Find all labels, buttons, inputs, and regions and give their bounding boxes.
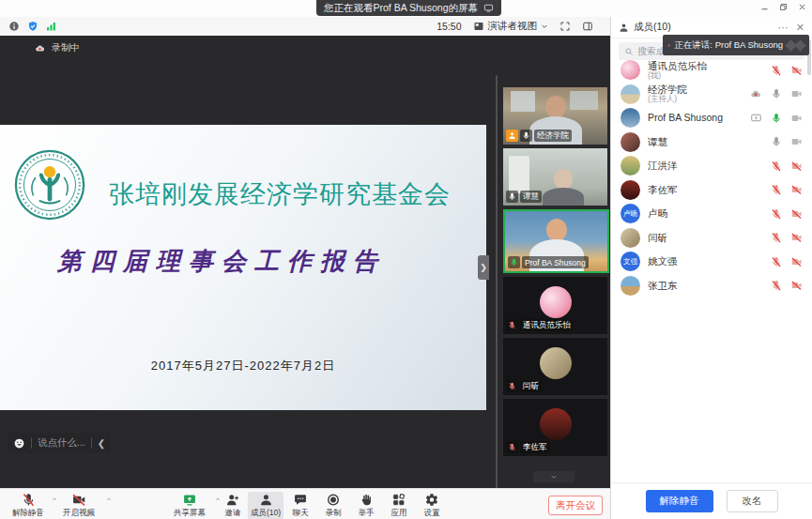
cloud-record-icon[interactable]: [749, 88, 762, 99]
member-row[interactable]: Prof BA Shusong: [611, 106, 812, 130]
video-tile[interactable]: 李佐军: [503, 399, 607, 456]
toolbar-apps[interactable]: 应用: [389, 492, 410, 519]
toolbar-settings[interactable]: 设置: [421, 492, 443, 519]
strip-collapse-handle[interactable]: ❯: [478, 255, 489, 280]
mic-muted-icon[interactable]: [771, 256, 782, 267]
avatar: [620, 132, 640, 152]
screen-share-icon[interactable]: [750, 113, 762, 124]
member-row[interactable]: 卢旸 卢旸: [611, 202, 812, 226]
toolbar-raise-hand[interactable]: 举手: [356, 492, 377, 519]
toolbar-label: 录制: [326, 508, 342, 519]
members-icon: [259, 493, 273, 507]
toolbar-share-screen[interactable]: 共享屏幕: [171, 492, 208, 519]
toolbar-record[interactable]: 录制: [323, 492, 345, 519]
video-tile-speaking[interactable]: Prof BA Shusong: [503, 209, 609, 273]
maximize-button[interactable]: [779, 3, 788, 11]
toolbar-members[interactable]: 成员(10): [248, 492, 283, 519]
mic-active-icon: [508, 256, 520, 268]
video-tile-name: 通讯员范乐怡: [520, 319, 574, 331]
member-row[interactable]: 李佐军: [611, 178, 812, 203]
mic-muted-icon: [506, 380, 518, 392]
chat-collapse-button[interactable]: ❮: [98, 438, 105, 449]
mic-muted-icon[interactable]: [771, 160, 782, 172]
mic-muted-icon[interactable]: [771, 184, 782, 195]
camera-icon[interactable]: [790, 136, 803, 147]
background-window: [511, 91, 535, 112]
video-tile[interactable]: 通讯员范乐怡: [503, 277, 607, 334]
more-videos-button[interactable]: [533, 471, 575, 482]
toolbar-start-video[interactable]: 开启视频: [60, 492, 98, 519]
meeting-window: 您正在观看Prof BA Shusong的屏幕 15:50 演讲者视图: [0, 0, 812, 519]
meeting-info-icon[interactable]: [8, 20, 20, 32]
video-tile[interactable]: 闫斫: [503, 338, 607, 395]
background-fridge: [509, 156, 529, 193]
camera-muted-icon[interactable]: [790, 280, 803, 291]
camera-muted-icon[interactable]: [790, 256, 803, 267]
mic-muted-icon[interactable]: [771, 232, 782, 243]
video-strip-scrollbar[interactable]: [496, 75, 498, 514]
member-row[interactable]: 张卫东: [611, 274, 812, 298]
mic-muted-icon[interactable]: [771, 208, 782, 220]
more-options-button[interactable]: ⋯: [778, 22, 789, 34]
toolbar-invite[interactable]: 邀请: [222, 492, 244, 519]
minimize-button[interactable]: [760, 3, 769, 11]
share-screen-icon: [182, 493, 197, 507]
camera-icon[interactable]: [790, 113, 803, 124]
member-row[interactable]: 谭慧: [611, 130, 812, 155]
panel-toggle-button[interactable]: [582, 21, 593, 32]
avatar: [620, 84, 640, 104]
video-tile[interactable]: 谭慧: [503, 148, 607, 206]
unmute-button[interactable]: 解除静音: [646, 490, 713, 512]
settings-gear-icon: [425, 493, 439, 507]
security-shield-icon[interactable]: [26, 20, 38, 32]
mic-icon: [520, 130, 532, 142]
camera-muted-icon[interactable]: [790, 232, 803, 243]
chat-icon: [294, 493, 308, 507]
mic-muted-icon[interactable]: [771, 65, 782, 76]
camera-muted-icon[interactable]: [790, 184, 803, 195]
slide-subtitle: 第四届理事会工作报告: [0, 245, 443, 278]
member-row[interactable]: 经济学院 (主持人): [611, 83, 812, 107]
view-mode-dropdown[interactable]: 演讲者视图: [473, 20, 549, 33]
toolbar-chat[interactable]: 聊天: [290, 492, 312, 519]
member-row[interactable]: 闫斫: [611, 226, 812, 251]
emoji-icon[interactable]: [13, 437, 25, 450]
quick-chat-bar[interactable]: 说点什么... ❮: [8, 433, 111, 453]
share-options-chevron[interactable]: [214, 496, 222, 502]
avatar: [540, 347, 572, 379]
leave-meeting-button[interactable]: 离开会议: [548, 496, 603, 515]
camera-muted-icon[interactable]: [790, 208, 803, 220]
video-tile[interactable]: 经济学院: [503, 87, 607, 145]
clock-label: 15:50: [437, 21, 461, 32]
toolbar-label: 成员(10): [251, 508, 281, 519]
rename-button[interactable]: 改名: [727, 490, 778, 512]
member-name: 姚文强: [648, 256, 763, 267]
fullscreen-button[interactable]: [559, 21, 571, 32]
toolbar-label: 解除静音: [12, 508, 44, 519]
mic-icon[interactable]: [771, 136, 782, 147]
close-panel-button[interactable]: ✕: [796, 22, 804, 34]
member-row[interactable]: 江洪洋: [611, 154, 812, 178]
video-options-chevron[interactable]: [105, 496, 113, 502]
mic-muted-icon[interactable]: [771, 280, 782, 291]
video-tile-name: 经济学院: [534, 130, 572, 142]
member-subtitle: (我): [648, 71, 763, 80]
avatar-initials: 文强: [620, 252, 640, 271]
camera-muted-icon[interactable]: [790, 65, 803, 76]
camera-muted-icon[interactable]: [790, 160, 803, 172]
chat-input-placeholder[interactable]: 说点什么...: [38, 436, 85, 450]
close-window-button[interactable]: [798, 3, 806, 11]
mic-options-chevron[interactable]: [51, 496, 58, 502]
member-row[interactable]: 文强 姚文强: [611, 250, 812, 274]
avatar: [620, 156, 640, 176]
network-signal-icon[interactable]: [45, 20, 57, 32]
tooltip-decoration: [787, 41, 804, 50]
camera-icon[interactable]: [790, 88, 803, 99]
toolbar-unmute[interactable]: 解除静音: [9, 492, 47, 519]
member-row[interactable]: 通讯员范乐怡 (我): [611, 58, 812, 83]
watching-screen-label: 您正在观看Prof BA Shusong的屏幕: [324, 2, 478, 15]
mic-icon: [506, 191, 518, 203]
mic-icon[interactable]: [771, 88, 782, 99]
members-panel-footer: 解除静音 改名: [611, 482, 812, 519]
mic-speaking-icon[interactable]: [771, 113, 782, 124]
